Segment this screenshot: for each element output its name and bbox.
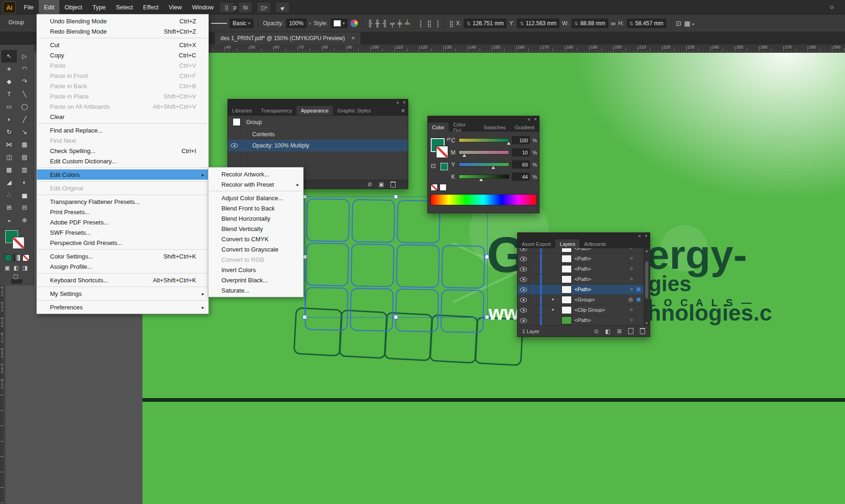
pencil-tool[interactable]: ╱ (17, 113, 32, 126)
layer-thumbnail[interactable] (561, 265, 572, 273)
tab-layers[interactable]: Layers (555, 239, 580, 249)
menu-item-assign-profile[interactable]: Assign Profile... (37, 261, 208, 272)
selection-handle[interactable] (394, 195, 398, 199)
scale-tool[interactable]: ↘ (17, 126, 32, 138)
menu-item-check-spelling[interactable]: Check Spelling...Ctrl+I (37, 146, 208, 156)
width-tool[interactable]: ⋈ (1, 138, 17, 151)
menu-item-copy[interactable]: CopyCtrl+C (37, 50, 208, 60)
rectangle-tool[interactable]: ▭ (1, 100, 17, 113)
appearance-attribute-row[interactable]: Opacity: 100% Multiply (228, 140, 408, 152)
slider-handle-y[interactable] (491, 166, 495, 169)
layer-thumbnail[interactable] (561, 306, 572, 314)
slider-track-c[interactable] (459, 138, 509, 142)
close-panel-icon[interactable]: × (403, 99, 405, 106)
menu-item-convert-to-rgb[interactable]: Convert to RGB (208, 254, 303, 265)
line-segment-tool[interactable]: ╲ (17, 88, 32, 100)
menu-item-recolor-with-preset[interactable]: Recolor with Preset▸ (208, 179, 303, 189)
collapse-panel-icon[interactable]: « (639, 233, 641, 239)
menu-item-recolor-artwork[interactable]: Recolor Artwork... (208, 169, 303, 179)
rotate-tool[interactable]: ↻ (1, 126, 17, 138)
align-bottom-icon[interactable]: ╧ (405, 20, 410, 27)
artboard-tool[interactable]: ⊞ (1, 201, 17, 214)
reference-point-icon[interactable]: ⣿ (449, 20, 453, 27)
color-mode-button[interactable] (5, 254, 12, 261)
zoom-tool[interactable]: ⊕ (17, 214, 32, 226)
direct-selection-tool[interactable]: ▷ (17, 50, 32, 63)
menu-item-paste-on-all-artboards[interactable]: Paste on All ArtboardsAlt+Shift+Ctrl+V (37, 101, 208, 112)
panel-titlebar[interactable]: « × (428, 116, 539, 123)
logo-gies[interactable]: gies (648, 273, 691, 294)
panel-titlebar[interactable]: « × (518, 233, 650, 239)
menu-item-my-settings[interactable]: My Settings▸ (37, 288, 208, 299)
target-circle-icon[interactable]: ○ (630, 286, 633, 292)
transform-field-h[interactable]: ⇅58.457 mm (627, 19, 666, 28)
gradient-mode-button[interactable] (14, 254, 21, 261)
paintbrush-tool[interactable]: ◗ (1, 113, 17, 126)
layer-row-clip-group[interactable]: ▸<Clip Group>○ (518, 305, 644, 315)
menubar-item-file[interactable]: File (19, 0, 39, 14)
scrollbar-thumb[interactable] (645, 261, 648, 299)
delete-selection-icon[interactable] (640, 328, 645, 334)
target-circle-icon[interactable]: ○ (630, 276, 633, 281)
layer-thumbnail[interactable] (561, 248, 572, 252)
layer-row-path[interactable]: <Path>○ (518, 248, 644, 254)
target-circle-icon[interactable]: ○ (630, 317, 633, 322)
pen-tool[interactable]: ◆ (1, 75, 17, 88)
menu-item-paste-in-back[interactable]: Paste in BackCtrl+B (37, 81, 208, 91)
appearance-row[interactable]: Group (228, 116, 408, 129)
visibility-eye-icon[interactable] (231, 143, 238, 148)
symbol-sprayer-tool[interactable]: ∴ (1, 189, 17, 201)
lasso-tool[interactable]: ◠ (17, 63, 32, 75)
constrain-proportions-icon[interactable]: ∞ (611, 20, 616, 27)
menu-item-color-settings[interactable]: Color Settings...Shift+Ctrl+K (37, 251, 208, 261)
menubar-item-type[interactable]: Type (87, 0, 111, 14)
transform-field-w[interactable]: ⇅88.88 mm (572, 19, 608, 28)
blend-tool[interactable]: ◐ (17, 176, 32, 189)
out-of-gamut-cube-icon[interactable]: ⊡ (431, 162, 436, 169)
document-tab[interactable]: des 1_PRINT.pdf* @ 150% (CMYK/GPU Previe… (215, 32, 361, 44)
distribute-left-icon[interactable]: ⡇ (419, 20, 424, 27)
menu-item-cut[interactable]: CutCtrl+X (37, 40, 208, 50)
logo-hnologies[interactable]: hnologies.c (647, 302, 772, 324)
white-color-swatch[interactable] (440, 184, 447, 191)
gradient-tool[interactable]: ▥ (17, 163, 32, 176)
transform-field-y[interactable]: ⇅112.563 mm (517, 19, 559, 28)
target-circle-icon[interactable]: ◎ (628, 296, 633, 302)
menu-item-edit-custom-dictionary[interactable]: Edit Custom Dictionary... (37, 156, 208, 166)
visibility-toggle-icon[interactable] (520, 308, 527, 313)
slider-track-k[interactable] (459, 175, 509, 179)
menu-item-edit-original[interactable]: Edit Original (37, 183, 208, 193)
menubar-item-select[interactable]: Select (111, 0, 138, 14)
layer-thumbnail[interactable] (561, 296, 572, 304)
perspective-grid-tool[interactable]: ▤ (17, 151, 32, 163)
slider-track-m[interactable] (459, 150, 509, 154)
slider-track-y[interactable] (459, 162, 509, 167)
stock-icon[interactable]: St (238, 2, 252, 13)
menu-item-clear[interactable]: Clear (37, 112, 208, 122)
none-mode-button[interactable] (22, 254, 29, 261)
layer-thumbnail[interactable] (561, 316, 572, 324)
document-tab-close-icon[interactable]: × (351, 35, 355, 42)
transform-field-x[interactable]: ⇅126.751 mm (464, 19, 506, 28)
magic-wand-tool[interactable]: ∗ (1, 63, 17, 75)
visibility-toggle-icon[interactable] (520, 248, 527, 251)
opacity-stepper-icon[interactable]: › (309, 20, 311, 27)
menubar-item-view[interactable]: View (163, 0, 187, 14)
type-tool[interactable]: T (1, 88, 17, 100)
visibility-toggle-icon[interactable] (520, 257, 527, 261)
menu-item-blend-horizontally[interactable]: Blend Horizontally (208, 213, 303, 224)
tab-swatches[interactable]: Swatches (479, 123, 511, 132)
menu-item-find-next[interactable]: Find Next (37, 135, 208, 146)
menu-item-transparency-flattener-presets[interactable]: Transparency Flattener Presets... (37, 196, 208, 207)
target-circle-icon[interactable]: ○ (630, 255, 633, 261)
menu-item-find-and-replace[interactable]: Find and Replace... (37, 125, 208, 135)
menu-item-convert-to-grayscale[interactable]: Convert to Grayscale (208, 244, 303, 254)
create-new-layer-icon[interactable] (628, 328, 633, 334)
make-clipping-mask-icon[interactable]: ◧ (605, 328, 611, 335)
color-spectrum-bar[interactable] (430, 194, 537, 205)
slider-value-c[interactable]: 100 (512, 136, 530, 144)
align-middle-vertical-icon[interactable]: ╪ (398, 20, 402, 27)
layer-thumbnail[interactable] (561, 255, 572, 263)
layer-thumbnail[interactable] (561, 275, 572, 283)
tab-gradient[interactable]: Gradient (511, 123, 539, 132)
